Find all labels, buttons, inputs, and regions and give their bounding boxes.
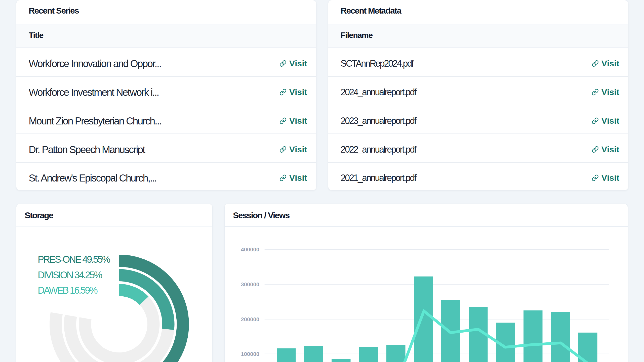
svg-text:200000: 200000 (241, 316, 259, 323)
svg-text:300000: 300000 (241, 281, 259, 288)
svg-text:400000: 400000 (241, 246, 259, 253)
svg-text:100000: 100000 (241, 351, 259, 357)
